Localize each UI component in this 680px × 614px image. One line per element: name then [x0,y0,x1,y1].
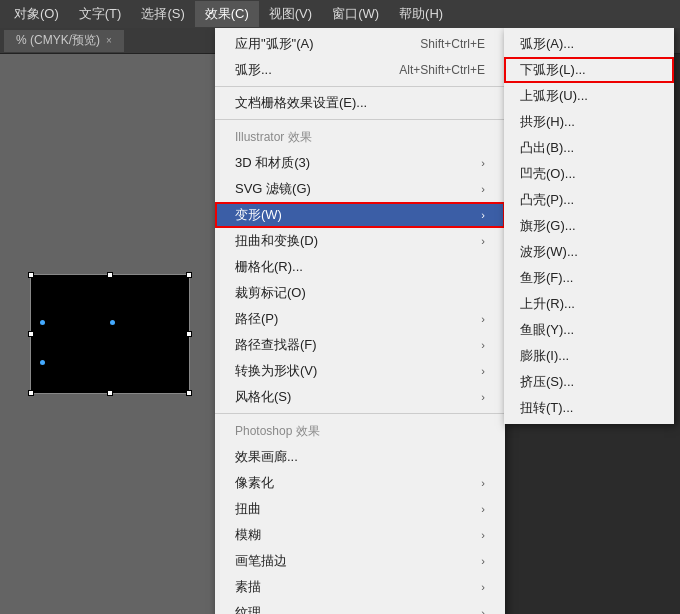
menu-warp[interactable]: 变形(W) › [215,202,505,228]
arrow-icon: › [481,391,485,403]
menu-rasterize-label: 栅格化(R)... [235,258,303,276]
separator-1 [215,86,505,87]
submenu-arc-lower[interactable]: 下弧形(L)... [504,57,674,83]
handle-lm[interactable] [28,331,34,337]
menu-effects-gallery[interactable]: 效果画廊... [215,444,505,470]
submenu-wave-label: 波形(W)... [520,243,578,261]
separator-3 [215,413,505,414]
menu-object[interactable]: 对象(O) [4,1,69,27]
menu-sketch[interactable]: 素描 › [215,574,505,600]
menu-text[interactable]: 文字(T) [69,1,132,27]
menu-crop-marks-label: 裁剪标记(O) [235,284,306,302]
submenu-fish[interactable]: 鱼形(F)... [504,265,674,291]
separator-2 [215,119,505,120]
handle-bm[interactable] [107,390,113,396]
menu-effect[interactable]: 效果(C) [195,1,259,27]
submenu-shell-lower[interactable]: 凹壳(O)... [504,161,674,187]
menu-pathfinder[interactable]: 路径查找器(F) › [215,332,505,358]
document-tab[interactable]: % (CMYK/预览) × [4,30,124,52]
menu-pixelate-label: 像素化 [235,474,274,492]
arrow-icon: › [481,313,485,325]
submenu-inflate-label: 膨胀(I)... [520,347,569,365]
handle-bl[interactable] [28,390,34,396]
menu-crop-marks[interactable]: 裁剪标记(O) [215,280,505,306]
menu-distort-transform[interactable]: 扭曲和变换(D) › [215,228,505,254]
menu-svg-filter-label: SVG 滤镜(G) [235,180,311,198]
menu-path[interactable]: 路径(P) › [215,306,505,332]
handle-rm[interactable] [186,331,192,337]
menu-effects-gallery-label: 效果画廊... [235,448,298,466]
menu-pixelate[interactable]: 像素化 › [215,470,505,496]
submenu-arch[interactable]: 拱形(H)... [504,109,674,135]
warp-submenu[interactable]: 弧形(A)... 下弧形(L)... 上弧形(U)... 拱形(H)... 凸出… [504,28,674,424]
menu-texture-label: 纹理 [235,604,261,614]
handle-tl[interactable] [28,272,34,278]
submenu-arch-label: 拱形(H)... [520,113,575,131]
submenu-shell-lower-label: 凹壳(O)... [520,165,576,183]
anchor-point [110,320,115,325]
anchor-point [40,320,45,325]
submenu-bulge-label: 凸出(B)... [520,139,574,157]
menu-convert-shape[interactable]: 转换为形状(V) › [215,358,505,384]
menu-stylize[interactable]: 风格化(S) › [215,384,505,410]
menu-pathfinder-label: 路径查找器(F) [235,336,317,354]
menu-distort[interactable]: 扭曲 › [215,496,505,522]
menu-brush-stroke[interactable]: 画笔描边 › [215,548,505,574]
submenu-wave[interactable]: 波形(W)... [504,239,674,265]
submenu-twist-label: 扭转(T)... [520,399,573,417]
submenu-fisheye[interactable]: 鱼眼(Y)... [504,317,674,343]
menubar: 对象(O) 文字(T) 选择(S) 效果(C) 视图(V) 窗口(W) 帮助(H… [0,0,680,28]
menu-3d-materials[interactable]: 3D 和材质(3) › [215,150,505,176]
anchor-point [40,360,45,365]
submenu-fisheye-label: 鱼眼(Y)... [520,321,574,339]
menu-warp-label: 变形(W) [235,206,282,224]
menu-apply-arc[interactable]: 应用"弧形"(A) Shift+Ctrl+E [215,31,505,57]
menu-texture[interactable]: 纹理 › [215,600,505,614]
menu-apply-arc-shortcut: Shift+Ctrl+E [420,37,485,51]
arrow-icon: › [481,477,485,489]
submenu-flag[interactable]: 旗形(G)... [504,213,674,239]
canvas [30,274,190,394]
handle-tr[interactable] [186,272,192,278]
submenu-flag-label: 旗形(G)... [520,217,576,235]
arrow-icon: › [481,183,485,195]
submenu-shell-upper[interactable]: 凸壳(P)... [504,187,674,213]
menu-path-label: 路径(P) [235,310,278,328]
menu-arc[interactable]: 弧形... Alt+Shift+Ctrl+E [215,57,505,83]
menu-distort-transform-label: 扭曲和变换(D) [235,232,318,250]
submenu-arc-upper-label: 上弧形(U)... [520,87,588,105]
arrow-icon: › [481,365,485,377]
menu-svg-filter[interactable]: SVG 滤镜(G) › [215,176,505,202]
arrow-icon: › [481,157,485,169]
submenu-twist[interactable]: 扭转(T)... [504,395,674,421]
menu-blur[interactable]: 模糊 › [215,522,505,548]
submenu-rise[interactable]: 上升(R)... [504,291,674,317]
menu-select[interactable]: 选择(S) [131,1,194,27]
menu-window[interactable]: 窗口(W) [322,1,389,27]
submenu-inflate[interactable]: 膨胀(I)... [504,343,674,369]
illustrator-effects-header: Illustrator 效果 [215,123,505,150]
menu-convert-shape-label: 转换为形状(V) [235,362,317,380]
menu-raster-settings[interactable]: 文档栅格效果设置(E)... [215,90,505,116]
menu-distort-label: 扭曲 [235,500,261,518]
arrow-icon: › [481,529,485,541]
submenu-squeeze[interactable]: 挤压(S)... [504,369,674,395]
arrow-icon: › [481,339,485,351]
menu-rasterize[interactable]: 栅格化(R)... [215,254,505,280]
arrow-icon: › [481,503,485,515]
submenu-arc[interactable]: 弧形(A)... [504,31,674,57]
handle-br[interactable] [186,390,192,396]
menu-view[interactable]: 视图(V) [259,1,322,27]
submenu-fish-label: 鱼形(F)... [520,269,573,287]
submenu-bulge[interactable]: 凸出(B)... [504,135,674,161]
menu-blur-label: 模糊 [235,526,261,544]
handle-tm[interactable] [107,272,113,278]
menu-stylize-label: 风格化(S) [235,388,291,406]
tab-close-button[interactable]: × [106,35,112,46]
tab-label: % (CMYK/预览) [16,32,100,49]
menu-help[interactable]: 帮助(H) [389,1,453,27]
canvas-area [0,54,220,614]
effect-menu[interactable]: 应用"弧形"(A) Shift+Ctrl+E 弧形... Alt+Shift+C… [215,28,505,614]
menu-sketch-label: 素描 [235,578,261,596]
submenu-arc-upper[interactable]: 上弧形(U)... [504,83,674,109]
